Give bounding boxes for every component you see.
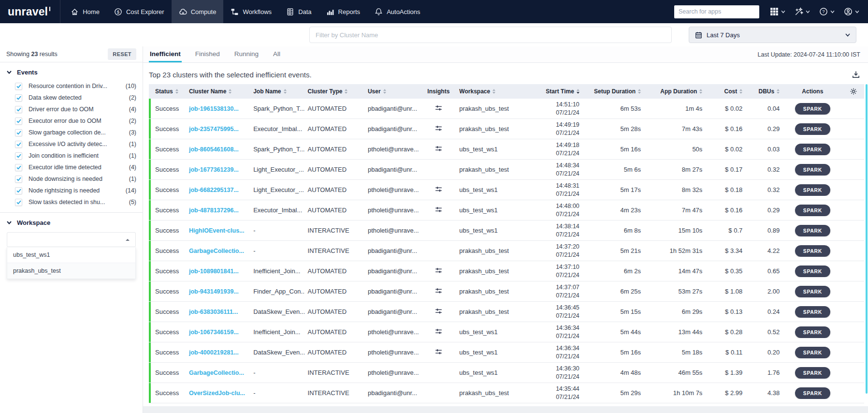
events-section-header[interactable]: Events — [0, 62, 143, 80]
checkbox-checked[interactable] — [15, 106, 22, 113]
checkbox-checked[interactable] — [15, 152, 22, 160]
table-row[interactable]: Success job-6682295137... Light_Executor… — [149, 180, 864, 200]
cluster-name-link[interactable]: job-4878137296... — [186, 207, 250, 214]
spark-button[interactable]: SPARK — [795, 164, 830, 176]
nav-item-data[interactable]: Data — [279, 0, 318, 23]
workspace-option[interactable]: ubs_test_ws1 — [7, 247, 135, 263]
nav-item-workflows[interactable]: Workflows — [223, 0, 279, 23]
sort-icon[interactable] — [577, 89, 579, 94]
table-row[interactable]: Success HighIOEvent-clus... - INTERACTIV… — [149, 221, 864, 241]
checkbox-checked[interactable] — [15, 187, 22, 194]
checkbox-checked[interactable] — [15, 118, 22, 125]
column-header-user[interactable]: User — [365, 88, 420, 95]
insights-icon[interactable] — [434, 307, 443, 317]
cluster-name-link[interactable]: GarbageCollectio... — [186, 369, 250, 376]
table-row[interactable]: Success job-4878137296... Executor_Imbal… — [149, 200, 864, 221]
checkbox-checked[interactable] — [15, 141, 22, 148]
cluster-name-link[interactable]: job-1067346159... — [186, 329, 250, 336]
column-header-workspace[interactable]: Workspace — [456, 88, 523, 95]
spark-button[interactable]: SPARK — [795, 306, 830, 318]
column-header-setup-duration[interactable]: Setup Duration — [582, 88, 644, 95]
column-header-cluster-name[interactable]: Cluster Name — [186, 88, 250, 95]
date-range-dropdown[interactable]: Last 7 Days — [689, 27, 856, 43]
column-header-job-name[interactable]: Job Name — [250, 88, 304, 95]
sort-icon[interactable] — [229, 89, 231, 94]
column-header-status[interactable]: Status — [149, 88, 186, 95]
table-row[interactable]: Success job-2357475995... Executor_Imbal… — [149, 119, 864, 139]
sort-icon[interactable] — [284, 89, 287, 94]
cluster-name-link[interactable]: OverSizedJob-clu... — [186, 390, 250, 397]
cluster-name-link[interactable]: job-2357475995... — [186, 126, 250, 133]
cluster-name-link[interactable]: job-9431491939... — [186, 288, 250, 295]
magic-wand-menu-button[interactable] — [795, 7, 810, 16]
spark-button[interactable]: SPARK — [795, 286, 830, 297]
cluster-name-link[interactable]: job-1089801841... — [186, 268, 250, 275]
cluster-name-link[interactable]: job-8605461608... — [186, 146, 250, 153]
sort-icon[interactable] — [383, 89, 386, 94]
nav-item-autoactions[interactable]: AutoActions — [367, 0, 427, 23]
cluster-name-link[interactable]: HighIOEvent-clus... — [186, 227, 250, 234]
cluster-name-link[interactable]: job-1677361239... — [186, 166, 250, 173]
column-header-start-time[interactable]: Start Time — [523, 88, 582, 95]
checkbox-checked[interactable] — [15, 83, 22, 90]
insights-icon[interactable] — [434, 287, 443, 296]
column-header-cluster-type[interactable]: Cluster Type — [305, 88, 365, 95]
tab-all[interactable]: All — [272, 46, 281, 62]
tab-inefficient[interactable]: Inefficient — [149, 46, 182, 62]
user-menu-button[interactable] — [844, 7, 859, 16]
checkbox-checked[interactable] — [15, 129, 22, 136]
table-scrollbar[interactable] — [866, 84, 868, 394]
nav-item-compute[interactable]: Compute — [172, 0, 224, 23]
spark-button[interactable]: SPARK — [795, 367, 830, 379]
tab-finished[interactable]: Finished — [194, 46, 221, 62]
tab-running[interactable]: Running — [233, 46, 260, 62]
table-row[interactable]: Success job-6383036111... DataSkew_Even.… — [149, 302, 864, 322]
table-row[interactable]: Success GarbageCollectio... - INTERACTIV… — [149, 363, 864, 383]
insights-icon[interactable] — [434, 327, 443, 337]
sort-icon[interactable] — [492, 89, 495, 94]
unravel-logo[interactable]: unravel — [0, 0, 60, 23]
insights-icon[interactable] — [434, 185, 443, 195]
sort-icon[interactable] — [638, 89, 641, 94]
table-row[interactable]: Success job-1961538130... Spark_Python_T… — [149, 99, 864, 119]
nav-item-reports[interactable]: Reports — [319, 0, 368, 23]
spark-button[interactable]: SPARK — [795, 245, 830, 257]
table-row[interactable]: Success job-9431491939... Finder_App_Con… — [149, 281, 864, 302]
cluster-name-link[interactable]: GarbageCollectio... — [186, 248, 250, 254]
insights-icon[interactable] — [434, 206, 443, 215]
spark-button[interactable]: SPARK — [795, 103, 830, 115]
sort-icon[interactable] — [345, 89, 347, 94]
cluster-name-link[interactable]: job-1961538130... — [186, 105, 250, 112]
cluster-filter-input[interactable] — [309, 27, 672, 43]
gear-icon[interactable] — [850, 88, 857, 95]
nav-item-home[interactable]: Home — [63, 0, 107, 23]
spark-button[interactable]: SPARK — [795, 347, 830, 358]
spark-button[interactable]: SPARK — [795, 205, 830, 216]
column-header-insights[interactable]: Insights — [420, 88, 456, 95]
insights-icon[interactable] — [434, 348, 443, 357]
spark-button[interactable]: SPARK — [795, 144, 830, 155]
spark-button[interactable]: SPARK — [795, 184, 830, 196]
table-row[interactable]: Success job-4000219281... DataSkew_Even.… — [149, 342, 864, 363]
workspace-option[interactable]: prakash_ubs_test — [7, 263, 135, 279]
sort-icon[interactable] — [777, 89, 780, 94]
column-header-dbus[interactable]: DBUs — [745, 88, 782, 95]
column-header-actions[interactable]: Actions — [782, 88, 842, 95]
reset-button[interactable]: RESET — [108, 48, 136, 60]
table-row[interactable]: Success job-1089801841... Inefficient_Jo… — [149, 261, 864, 281]
spark-button[interactable]: SPARK — [795, 123, 830, 135]
cluster-name-link[interactable]: job-4000219281... — [186, 349, 250, 356]
spark-button[interactable]: SPARK — [795, 266, 830, 277]
checkbox-checked[interactable] — [15, 164, 22, 171]
table-row[interactable]: Success job-1067346159... Inefficient_Jo… — [149, 322, 864, 342]
sort-icon[interactable] — [739, 89, 742, 94]
spark-button[interactable]: SPARK — [795, 225, 830, 236]
table-row[interactable]: Success GarbageCollectio... - INTERACTIV… — [149, 241, 864, 261]
table-row[interactable]: Success OverSizedJob-clu... - INTERACTIV… — [149, 383, 864, 403]
nav-item-cost-explorer[interactable]: $ Cost Explorer — [107, 0, 172, 23]
help-menu-button[interactable]: ? — [819, 7, 835, 16]
sort-icon[interactable] — [699, 89, 702, 94]
insights-icon[interactable] — [434, 145, 443, 154]
apps-grid-menu-button[interactable] — [770, 7, 785, 16]
search-input[interactable] — [674, 5, 759, 18]
